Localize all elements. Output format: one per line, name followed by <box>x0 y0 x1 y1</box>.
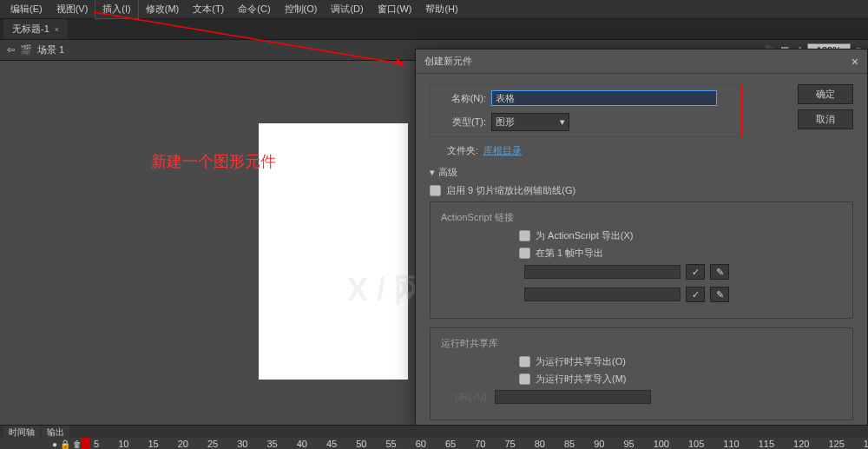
baseclass-field <box>524 287 681 301</box>
menu-edit[interactable]: 编辑(E) <box>3 0 49 18</box>
playhead[interactable] <box>82 438 90 449</box>
menu-bar: 编辑(E) 视图(V) 插入(I) 修改(M) 文本(T) 命令(C) 控制(O… <box>0 0 868 19</box>
highlight-box: 名称(N): 类型(T): 图形 ▾ <box>430 84 742 137</box>
dialog-close-icon[interactable]: × <box>852 55 858 69</box>
canvas[interactable] <box>259 123 408 380</box>
chevron-down-icon: ▾ <box>560 116 565 128</box>
document-tab[interactable]: 无标题-1 × <box>3 19 68 39</box>
rt-import-checkbox <box>519 373 530 385</box>
runtime-title: 运行时共享库 <box>441 337 842 350</box>
check-icon: ✓ <box>686 287 705 302</box>
menu-view[interactable]: 视图(V) <box>49 0 95 18</box>
menu-insert[interactable]: 插入(I) <box>95 0 138 19</box>
name-input[interactable] <box>491 90 717 106</box>
dialog-titlebar: 创建新元件 × <box>416 50 867 74</box>
advanced-label: 高级 <box>438 166 457 179</box>
tab-timeline[interactable]: 时间轴 <box>3 426 40 438</box>
actionscript-group: ActionScript 链接 为 ActionScript 导出(X) 在第 … <box>430 201 853 319</box>
type-value: 图形 <box>496 116 515 129</box>
tab-output[interactable]: 输出 <box>42 426 69 438</box>
as-export-checkbox <box>519 230 530 241</box>
create-symbol-dialog: 创建新元件 × 确定 取消 名称(N): 类型(T): 图形 ▾ 文件夹: 库根… <box>415 49 868 429</box>
folder-link[interactable]: 库根目录 <box>483 144 522 157</box>
url-label: URL(U): <box>441 392 490 402</box>
timeline-panel: 时间轴 输出 ● 🔒 🗑 510152025303540455055606570… <box>0 425 868 449</box>
edit-icon: ✎ <box>710 264 729 280</box>
edit-icon: ✎ <box>710 287 729 302</box>
tab-label: 无标题-1 <box>12 23 49 36</box>
menu-debug[interactable]: 调试(D) <box>324 0 370 18</box>
document-tabs: 无标题-1 × <box>0 19 868 40</box>
class-field <box>524 265 681 279</box>
close-icon[interactable]: × <box>55 25 59 34</box>
scene-icon: 🎬 <box>20 44 32 56</box>
menu-modify[interactable]: 修改(M) <box>139 0 187 18</box>
menu-command[interactable]: 命令(C) <box>231 0 277 18</box>
frame-numbers: 5101520253035404550556065707580859095100… <box>94 439 868 449</box>
type-label: 类型(T): <box>437 116 486 129</box>
annotation-text: 新建一个图形元件 <box>151 151 276 172</box>
as-frame1-checkbox <box>519 248 530 259</box>
menu-window[interactable]: 窗口(W) <box>371 0 419 18</box>
menu-help[interactable]: 帮助(H) <box>418 0 464 18</box>
dialog-title: 创建新元件 <box>424 55 472 68</box>
menu-text[interactable]: 文本(T) <box>186 0 231 18</box>
as-title: ActionScript 链接 <box>441 211 842 224</box>
back-icon[interactable]: ⇦ <box>7 44 15 56</box>
timeline-ruler[interactable]: ● 🔒 🗑 5101520253035404550556065707580859… <box>0 438 868 449</box>
scene-label: 场景 1 <box>37 43 64 56</box>
chevron-down-icon: ▾ <box>430 167 435 178</box>
guides-label: 启用 9 切片缩放比例辅助线(G) <box>446 184 575 197</box>
runtime-group: 运行时共享库 为运行时共享导出(O) 为运行时共享导入(M) URL(U): <box>430 327 853 420</box>
name-label: 名称(N): <box>437 92 486 105</box>
cancel-button[interactable]: 取消 <box>798 109 853 129</box>
check-icon: ✓ <box>686 264 705 280</box>
guides-checkbox <box>430 185 441 196</box>
url-field <box>495 390 651 404</box>
ok-button[interactable]: 确定 <box>798 84 853 104</box>
menu-control[interactable]: 控制(O) <box>278 0 325 18</box>
advanced-toggle[interactable]: ▾ 高级 <box>430 166 853 179</box>
folder-label: 文件夹: <box>430 144 478 157</box>
rt-export-checkbox <box>519 356 530 367</box>
type-select[interactable]: 图形 ▾ <box>491 113 569 131</box>
